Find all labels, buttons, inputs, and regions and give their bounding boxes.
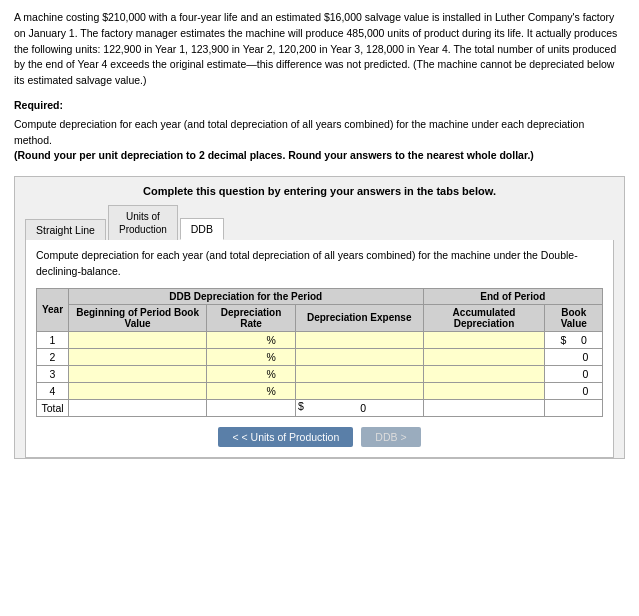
- col-year: Year: [37, 288, 69, 331]
- acc-dep-4-input[interactable]: [424, 383, 545, 399]
- rate-2-input[interactable]: [226, 351, 266, 363]
- beg-value-3-input[interactable]: [69, 366, 206, 382]
- table-row: 2 % 0: [37, 348, 603, 365]
- expense-3-input[interactable]: [296, 366, 423, 382]
- book-value-3: 0: [545, 365, 603, 382]
- beg-value-2[interactable]: [69, 348, 207, 365]
- year-2: 2: [37, 348, 69, 365]
- total-expense-input[interactable]: [319, 400, 408, 416]
- acc-dep-2-input[interactable]: [424, 349, 545, 365]
- rate-2[interactable]: %: [207, 348, 296, 365]
- beg-value-4-input[interactable]: [69, 383, 206, 399]
- prev-arrow-icon: <: [232, 431, 238, 443]
- table-row: 1 % $ 0: [37, 331, 603, 348]
- total-acc-empty: [423, 399, 545, 416]
- year-1: 1: [37, 331, 69, 348]
- expense-1-input[interactable]: [296, 332, 423, 348]
- total-beg-empty: [69, 399, 207, 416]
- question-box: Complete this question by entering your …: [14, 176, 625, 459]
- ddb-description: Compute depreciation for each year (and …: [36, 248, 603, 280]
- intro-text: A machine costing $210,000 with a four-y…: [14, 10, 625, 89]
- total-expense-cell[interactable]: $: [295, 399, 423, 416]
- acc-dep-3-input[interactable]: [424, 366, 545, 382]
- expense-2-input[interactable]: [296, 349, 423, 365]
- rate-4[interactable]: %: [207, 382, 296, 399]
- total-label: Total: [37, 399, 69, 416]
- nav-buttons: < < Units of Production DDB >: [36, 427, 603, 447]
- expense-2[interactable]: [295, 348, 423, 365]
- total-dollar-sign: $: [296, 400, 304, 412]
- beg-value-1[interactable]: [69, 331, 207, 348]
- book-value-2: 0: [545, 348, 603, 365]
- year-3: 3: [37, 365, 69, 382]
- col-dep-expense: Depreciation Expense: [295, 304, 423, 331]
- expense-4-input[interactable]: [296, 383, 423, 399]
- acc-dep-3[interactable]: [423, 365, 545, 382]
- expense-1[interactable]: [295, 331, 423, 348]
- ddb-period-header: DDB Depreciation for the Period: [69, 288, 424, 304]
- acc-dep-1[interactable]: [423, 331, 545, 348]
- compute-instruction: Compute depreciation for each year (and …: [14, 117, 625, 164]
- tabs-row: Straight Line Units ofProduction DDB: [25, 205, 614, 240]
- tab-ddb[interactable]: DDB: [180, 218, 224, 240]
- prev-button[interactable]: < < Units of Production: [218, 427, 353, 447]
- question-title: Complete this question by entering your …: [25, 185, 614, 197]
- table-row: 3 % 0: [37, 365, 603, 382]
- rate-3-input[interactable]: [226, 368, 266, 380]
- col-acc-dep: Accumulated Depreciation: [423, 304, 545, 331]
- col-book-value: Book Value: [545, 304, 603, 331]
- col-dep-rate: Depreciation Rate: [207, 304, 296, 331]
- ddb-content-area: Compute depreciation for each year (and …: [25, 240, 614, 458]
- rate-1-input[interactable]: [226, 334, 266, 346]
- col-beg-value: Beginning of Period Book Value: [69, 304, 207, 331]
- total-bv-empty: [545, 399, 603, 416]
- rate-4-input[interactable]: [226, 385, 266, 397]
- year-4: 4: [37, 382, 69, 399]
- tab-units-of-production[interactable]: Units ofProduction: [108, 205, 178, 240]
- beg-value-4[interactable]: [69, 382, 207, 399]
- beg-value-3[interactable]: [69, 365, 207, 382]
- acc-dep-1-input[interactable]: [424, 332, 545, 348]
- total-row: Total $: [37, 399, 603, 416]
- table-row: 4 % 0: [37, 382, 603, 399]
- book-value-4: 0: [545, 382, 603, 399]
- next-button[interactable]: DDB >: [361, 427, 420, 447]
- required-label: Required:: [14, 99, 625, 111]
- acc-dep-4[interactable]: [423, 382, 545, 399]
- next-label: DDB >: [375, 431, 406, 443]
- ddb-table: Year DDB Depreciation for the Period End…: [36, 288, 603, 417]
- beg-value-1-input[interactable]: [69, 332, 206, 348]
- expense-4[interactable]: [295, 382, 423, 399]
- rate-1[interactable]: %: [207, 331, 296, 348]
- total-rate-empty: [207, 399, 296, 416]
- end-period-header: End of Period: [423, 288, 602, 304]
- beg-value-2-input[interactable]: [69, 349, 206, 365]
- tab-straight-line[interactable]: Straight Line: [25, 219, 106, 240]
- rate-3[interactable]: %: [207, 365, 296, 382]
- expense-3[interactable]: [295, 365, 423, 382]
- acc-dep-2[interactable]: [423, 348, 545, 365]
- book-value-1: $ 0: [545, 331, 603, 348]
- prev-label: < Units of Production: [242, 431, 340, 443]
